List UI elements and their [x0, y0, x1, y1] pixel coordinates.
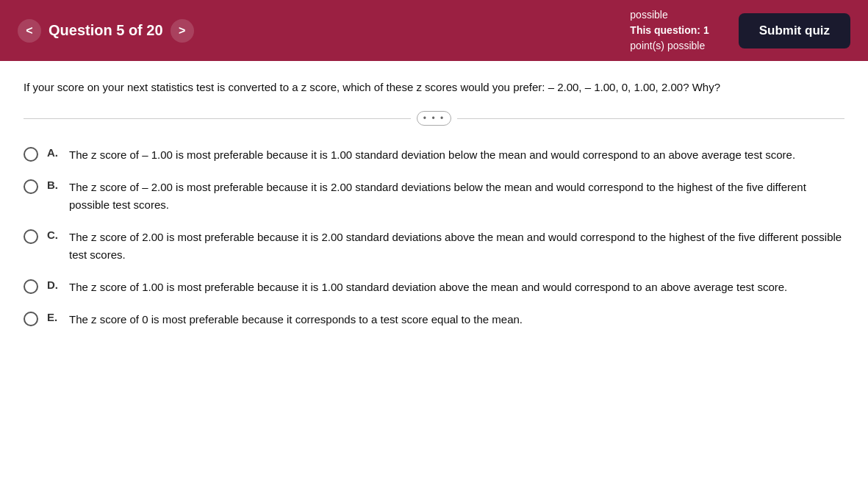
option-text: The z score of 1.00 is most preferable b…: [69, 279, 787, 296]
option-text: The z score of 0 is most preferable beca…: [69, 311, 523, 328]
radio-button[interactable]: [24, 279, 38, 294]
option-letter: D.: [47, 279, 62, 291]
points-possible-detail: point(s) possible: [630, 38, 709, 54]
option-text: The z score of 2.00 is most preferable b…: [69, 229, 844, 264]
radio-button[interactable]: [24, 147, 38, 162]
divider: • • •: [24, 111, 844, 126]
option-label-area: C. The z score of 2.00 is most preferabl…: [47, 229, 844, 264]
answer-options: A. The z score of – 1.00 is most prefera…: [24, 146, 844, 328]
divider-line-right: [457, 118, 844, 119]
divider-line-left: [24, 118, 411, 119]
option-letter: C.: [47, 229, 62, 241]
radio-button[interactable]: [24, 229, 38, 244]
prev-question-button[interactable]: <: [18, 19, 41, 43]
option-label-area: B. The z score of – 2.00 is most prefera…: [47, 179, 844, 214]
option-item[interactable]: E. The z score of 0 is most preferable b…: [24, 311, 844, 328]
quiz-header: < Question 5 of 20 > possible This quest…: [0, 0, 868, 61]
option-item[interactable]: D. The z score of 1.00 is most preferabl…: [24, 279, 844, 296]
option-label-area: D. The z score of 1.00 is most preferabl…: [47, 279, 787, 296]
this-question-points: This question: 1: [630, 23, 709, 38]
option-label-area: E. The z score of 0 is most preferable b…: [47, 311, 523, 328]
question-content: If your score on your next statistics te…: [0, 61, 868, 352]
option-letter: E.: [47, 311, 62, 323]
option-letter: B.: [47, 179, 62, 191]
option-text: The z score of – 2.00 is most preferable…: [69, 179, 844, 214]
radio-button[interactable]: [24, 312, 38, 326]
divider-dots: • • •: [417, 111, 451, 126]
question-counter: Question 5 of 20: [49, 22, 163, 39]
option-text: The z score of – 1.00 is most preferable…: [69, 146, 795, 164]
option-label-area: A. The z score of – 1.00 is most prefera…: [47, 146, 795, 164]
next-question-button[interactable]: >: [171, 19, 194, 43]
points-info: possible This question: 1 point(s) possi…: [630, 7, 709, 54]
question-text: If your score on your next statistics te…: [24, 79, 844, 96]
option-item[interactable]: C. The z score of 2.00 is most preferabl…: [24, 229, 844, 264]
question-navigation: < Question 5 of 20 >: [18, 19, 194, 43]
points-possible-label: possible: [630, 7, 709, 23]
radio-button[interactable]: [24, 179, 38, 194]
option-item[interactable]: B. The z score of – 2.00 is most prefera…: [24, 179, 844, 214]
option-item[interactable]: A. The z score of – 1.00 is most prefera…: [24, 146, 844, 164]
submit-quiz-button[interactable]: Submit quiz: [739, 13, 850, 48]
option-letter: A.: [47, 146, 62, 159]
